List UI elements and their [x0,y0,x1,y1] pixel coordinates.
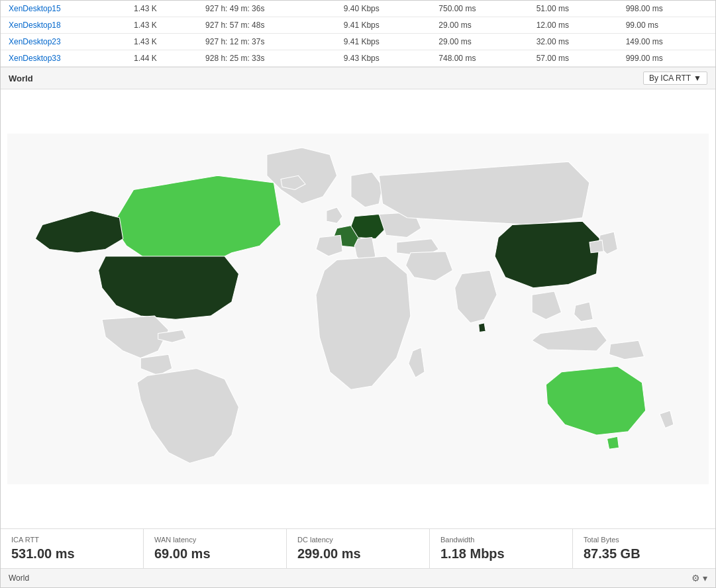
data-table: XenDesktop15 1.43 K 927 h: 49 m: 36s 9.4… [1,1,715,67]
table-section: XenDesktop15 1.43 K 927 h: 49 m: 36s 9.4… [1,1,715,67]
stat-item-1: WAN latency 69.00 ms [144,529,287,568]
stats-bar: ICA RTT 531.00 ms WAN latency 69.00 ms D… [1,528,715,568]
row-col1: 1.43 K [126,1,197,17]
row-col5: 32.00 ms [529,34,618,50]
stat-value: 1.18 Mbps [440,546,562,562]
stat-item-0: ICA RTT 531.00 ms [1,529,144,568]
row-col2: 928 h: 25 m: 33s [197,50,336,67]
stat-item-4: Total Bytes 87.35 GB [573,529,715,568]
gear-icon: ⚙ [691,573,700,583]
stat-label: WAN latency [154,536,276,544]
row-col3: 9.41 Kbps [336,34,431,50]
row-col3: 9.41 Kbps [336,17,431,34]
row-col2: 927 h: 49 m: 36s [197,1,336,17]
table-row[interactable]: XenDesktop15 1.43 K 927 h: 49 m: 36s 9.4… [1,1,715,17]
stat-label: DC latency [297,536,419,544]
row-col4: 748.00 ms [431,50,528,67]
row-col4: 29.00 ms [431,34,528,50]
chevron-down-icon: ▼ [693,74,701,83]
table-row[interactable]: XenDesktop23 1.43 K 927 h: 12 m: 37s 9.4… [1,34,715,50]
row-col3: 9.40 Kbps [336,1,431,17]
map-dropdown[interactable]: By ICA RTT ▼ [643,72,707,85]
footer-title: World [9,573,29,583]
row-col1: 1.43 K [126,34,197,50]
row-col1: 1.44 K [126,50,197,67]
stat-value: 69.00 ms [154,546,276,562]
stat-label: Total Bytes [584,536,705,544]
world-map [7,96,709,522]
row-col1: 1.43 K [126,17,197,34]
row-col4: 750.00 ms [431,1,528,17]
map-title: World [9,74,33,83]
row-name[interactable]: XenDesktop33 [1,50,126,67]
stat-label: ICA RTT [11,536,132,544]
map-container [1,89,715,528]
row-col5: 57.00 ms [529,50,618,67]
footer: World ⚙ ▾ [1,568,715,587]
row-col6: 99.00 ms [618,17,715,34]
row-name[interactable]: XenDesktop23 [1,34,126,50]
row-col5: 51.00 ms [529,1,618,17]
row-col6: 999.00 ms [618,50,715,67]
table-row[interactable]: XenDesktop18 1.43 K 927 h: 57 m: 48s 9.4… [1,17,715,34]
row-col4: 29.00 ms [431,17,528,34]
stat-value: 531.00 ms [11,546,132,562]
stat-value: 299.00 ms [297,546,419,562]
row-col5: 12.00 ms [529,17,618,34]
stat-value: 87.35 GB [584,546,705,562]
map-dropdown-label: By ICA RTT [649,74,691,83]
row-col2: 927 h: 57 m: 48s [197,17,336,34]
row-col3: 9.43 Kbps [336,50,431,67]
row-col6: 149.00 ms [618,34,715,50]
map-header: World By ICA RTT ▼ [1,67,715,89]
stat-item-3: Bandwidth 1.18 Mbps [430,529,573,568]
row-name[interactable]: XenDesktop18 [1,17,126,34]
footer-gear-button[interactable]: ⚙ ▾ [691,573,707,583]
row-col2: 927 h: 12 m: 37s [197,34,336,50]
main-container: XenDesktop15 1.43 K 927 h: 49 m: 36s 9.4… [0,0,716,588]
row-col6: 998.00 ms [618,1,715,17]
stat-item-2: DC latency 299.00 ms [287,529,430,568]
table-row[interactable]: XenDesktop33 1.44 K 928 h: 25 m: 33s 9.4… [1,50,715,67]
row-name[interactable]: XenDesktop15 [1,1,126,17]
footer-dropdown-arrow: ▾ [703,573,707,583]
stat-label: Bandwidth [440,536,562,544]
